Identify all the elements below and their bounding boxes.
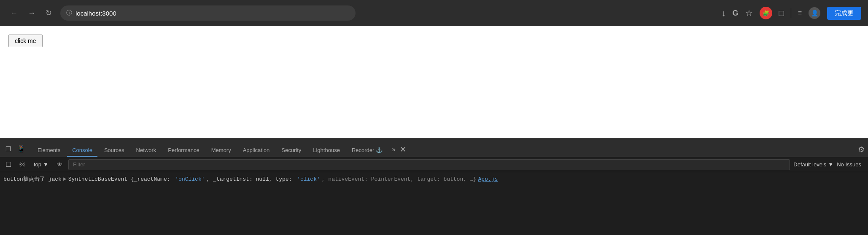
console-file-link[interactable]: App.js	[478, 175, 498, 184]
console-mid2: , nativeEvent: PointerEvent, target: but…	[322, 175, 477, 184]
tab-elements[interactable]: Elements	[32, 144, 65, 157]
info-icon: ⓘ	[66, 9, 72, 17]
tab-performance[interactable]: Performance	[163, 144, 204, 157]
devtools-icons: ❐ 📱	[3, 144, 27, 157]
tab-sources[interactable]: Sources	[99, 144, 129, 157]
console-toolbar: ☐ ♾ top ▼ 👁 Default levels ▼ No Issues	[0, 157, 868, 172]
device-toolbar-button[interactable]: 📱	[15, 144, 27, 154]
star-icon[interactable]: ☆	[745, 8, 753, 18]
forward-button[interactable]: →	[24, 7, 39, 19]
default-levels-button[interactable]: Default levels ▼	[793, 161, 833, 168]
tab-console[interactable]: Console	[67, 144, 97, 157]
download-icon[interactable]: ↓	[722, 8, 726, 18]
devtools-tabbar: ❐ 📱 Elements Console Sources Network Per…	[0, 139, 868, 157]
console-onclick-value: 'onClick'	[175, 175, 205, 184]
tab-network[interactable]: Network	[131, 144, 162, 157]
chevron-down-icon2: ▼	[828, 161, 833, 168]
address-bar[interactable]: ⓘ	[60, 5, 356, 21]
devtools-panel: ❐ 📱 Elements Console Sources Network Per…	[0, 138, 868, 235]
extensions-badge[interactable]: 🧩	[760, 7, 772, 19]
tab-memory[interactable]: Memory	[206, 144, 236, 157]
nav-buttons: ← → ↻	[7, 7, 55, 19]
console-event-type: SyntheticBaseEvent {_reactName:	[68, 175, 174, 184]
console-line-1: button被点击了 jack ► SyntheticBaseEvent {_r…	[3, 175, 865, 184]
tab-recorder[interactable]: Recorder ⚓	[347, 144, 388, 157]
tab-security[interactable]: Security	[276, 144, 306, 157]
click-me-button[interactable]: click me	[8, 35, 43, 47]
eye-icon-button[interactable]: 👁	[54, 160, 65, 169]
profile-icon[interactable]: 👤	[809, 7, 820, 19]
chevron-down-icon: ▼	[43, 161, 49, 168]
console-filter-input[interactable]	[68, 159, 790, 170]
console-mid1: , _targetInst: null, type:	[207, 175, 296, 184]
context-selector[interactable]: top ▼	[31, 160, 51, 169]
more-tabs-button[interactable]: »	[389, 142, 398, 157]
close-devtools-button[interactable]: ✕	[400, 145, 406, 157]
tab-lighthouse[interactable]: Lighthouse	[308, 144, 345, 157]
context-label: top	[34, 161, 41, 168]
back-button[interactable]: ←	[7, 7, 21, 19]
sidebar-toggle-button[interactable]: ☐	[3, 159, 13, 170]
cast-icon[interactable]: ≡	[798, 9, 802, 17]
console-output: button被点击了 jack ► SyntheticBaseEvent {_r…	[0, 172, 868, 235]
inspect-element-button[interactable]: ❐	[3, 144, 13, 154]
translate-icon[interactable]: G	[733, 9, 739, 18]
no-issues-label: No Issues	[837, 161, 865, 168]
reload-button[interactable]: ↻	[42, 7, 55, 19]
console-expand-arrow[interactable]: ►	[63, 175, 67, 184]
console-click-value: 'click'	[297, 175, 320, 184]
default-levels-label: Default levels	[793, 161, 826, 168]
devtools-settings-button[interactable]: ⚙	[858, 145, 865, 157]
browser-chrome: ← → ↻ ⓘ ↓ G ☆ 🧩 □ ≡ 👤 完成更	[0, 0, 868, 26]
extensions-icon2[interactable]: □	[779, 8, 784, 18]
clear-console-button[interactable]: ♾	[17, 159, 28, 171]
url-input[interactable]	[75, 10, 350, 17]
chrome-actions: ↓ G ☆ 🧩 □ ≡ 👤 完成更	[722, 7, 861, 20]
console-prefix: button被点击了 jack	[3, 175, 62, 184]
chrome-divider	[791, 8, 791, 18]
tab-application[interactable]: Application	[238, 144, 275, 157]
extensions-icon: 🧩	[763, 10, 769, 16]
complete-button[interactable]: 完成更	[827, 7, 861, 20]
page-content: click me	[0, 26, 868, 138]
